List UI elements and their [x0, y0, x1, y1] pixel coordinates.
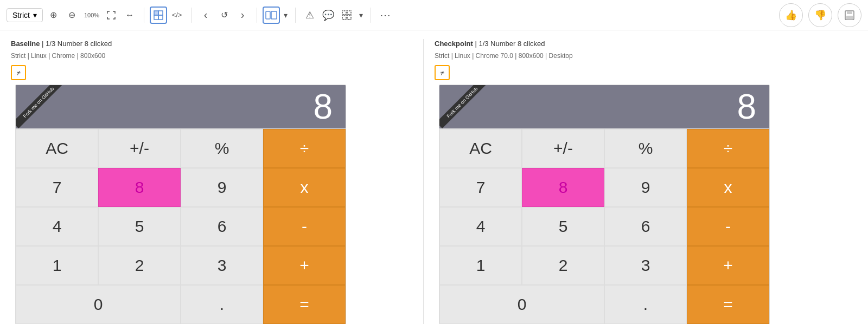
fork-ribbon-text-checkpoint: Fork me on GitHub — [439, 85, 488, 128]
neq-symbol-2: ≠ — [440, 69, 444, 77]
calc-btn-1[interactable]: 1 — [439, 246, 522, 285]
chevron-right-icon[interactable]: › — [234, 7, 251, 24]
svg-rect-7 — [347, 11, 351, 15]
layout-icon[interactable] — [263, 7, 280, 24]
svg-rect-3 — [158, 15, 163, 20]
calc-btn-5[interactable]: 5 — [522, 207, 604, 246]
calc-btn-_[interactable]: . — [181, 285, 263, 324]
toolbar-group-layers: </> — [150, 7, 186, 24]
calc-btn-_[interactable]: - — [687, 207, 769, 246]
calc-btn-7[interactable]: 7 — [16, 168, 98, 207]
baseline-subtitle: 1/3 Number 8 clicked — [46, 40, 112, 48]
calc-btn-___[interactable]: +/- — [98, 129, 181, 168]
calc-btn-AC[interactable]: AC — [16, 129, 98, 168]
calc-btn-0[interactable]: 0 — [439, 285, 604, 324]
svg-rect-6 — [342, 11, 346, 15]
arrows-icon[interactable]: ↔ — [121, 7, 138, 24]
calc-btn-x[interactable]: x — [687, 168, 769, 207]
calc-btn-AC[interactable]: AC — [439, 129, 522, 168]
baseline-calculator: Fork me on GitHub 8 AC+/-%÷789x456-123+0… — [15, 85, 346, 324]
divider-1 — [144, 8, 144, 23]
minus-circle-icon[interactable]: ⊖ — [63, 7, 81, 24]
calc-btn-4[interactable]: 4 — [16, 207, 98, 246]
svg-rect-4 — [266, 11, 270, 19]
code-icon[interactable]: </> — [168, 7, 186, 24]
plus-circle-icon[interactable]: ⊕ — [45, 7, 62, 24]
selection-icon[interactable] — [338, 7, 355, 24]
calc-btn-9[interactable]: 9 — [181, 168, 263, 207]
toolbar-group-layout: ▾ — [263, 7, 290, 24]
mode-label: Strict — [12, 11, 30, 20]
divider-4 — [295, 8, 296, 23]
main-content: Baseline | 1/3 Number 8 clicked Strict |… — [0, 30, 868, 324]
checkpoint-title: Checkpoint — [435, 40, 473, 48]
calc-btn-_[interactable]: % — [604, 129, 687, 168]
layout-dropdown-icon[interactable]: ▾ — [281, 7, 290, 24]
save-button[interactable] — [838, 3, 861, 27]
checkpoint-display-number: 8 — [737, 87, 756, 127]
toolbar: Strict ▾ ⊕ ⊖ 100% ↔ </> — [0, 0, 868, 30]
calc-btn-6[interactable]: 6 — [604, 207, 687, 246]
selection-dropdown-icon[interactable]: ▾ — [356, 7, 365, 24]
checkpoint-calc-display: Fork me on GitHub 8 — [439, 85, 769, 128]
svg-rect-5 — [271, 11, 277, 19]
checkpoint-meta: Strict | Linux | Chrome 70.0 | 800x600 |… — [435, 52, 835, 60]
baseline-neq-badge: ≠ — [11, 65, 26, 80]
calc-btn-_[interactable]: = — [687, 285, 769, 324]
checkpoint-calculator: Fork me on GitHub 8 AC+/-%÷789x456-123+0… — [439, 85, 770, 324]
fork-ribbon-baseline: Fork me on GitHub — [16, 85, 65, 134]
checkpoint-calc-buttons: AC+/-%÷789x456-123+0.= — [439, 128, 769, 324]
svg-rect-11 — [847, 11, 852, 14]
toolbar-group-zoom: ⊕ ⊖ 100% ↔ — [45, 7, 138, 24]
calc-btn-8[interactable]: 8 — [522, 168, 604, 207]
divider-3 — [257, 8, 257, 23]
zoom-icon[interactable]: 100% — [82, 7, 101, 24]
fork-ribbon-text-baseline: Fork me on GitHub — [16, 85, 65, 128]
calc-btn-6[interactable]: 6 — [181, 207, 263, 246]
calc-btn-_[interactable]: ÷ — [263, 129, 346, 168]
calc-btn-_[interactable]: + — [687, 246, 769, 285]
calc-btn-___[interactable]: +/- — [522, 129, 604, 168]
calc-btn-2[interactable]: 2 — [522, 246, 604, 285]
calc-btn-4[interactable]: 4 — [439, 207, 522, 246]
calc-btn-_[interactable]: + — [263, 246, 346, 285]
calc-btn-_[interactable]: = — [263, 285, 346, 324]
calc-btn-_[interactable]: - — [263, 207, 346, 246]
calc-btn-3[interactable]: 3 — [181, 246, 263, 285]
calc-btn-8[interactable]: 8 — [98, 168, 181, 207]
baseline-calc-display: Fork me on GitHub 8 — [16, 85, 346, 128]
layers-icon[interactable] — [150, 7, 167, 24]
svg-rect-0 — [154, 11, 158, 15]
calc-btn-_[interactable]: % — [181, 129, 263, 168]
refresh-icon[interactable]: ↺ — [215, 7, 233, 24]
calc-btn-3[interactable]: 3 — [604, 246, 687, 285]
calc-btn-5[interactable]: 5 — [98, 207, 181, 246]
toolbar-group-tools: ⚠ 💬 ▾ — [301, 7, 365, 24]
calc-btn-2[interactable]: 2 — [98, 246, 181, 285]
calc-btn-0[interactable]: 0 — [16, 285, 181, 324]
mode-dropdown-icon: ▾ — [33, 11, 37, 20]
neq-symbol: ≠ — [16, 69, 20, 77]
calc-btn-_[interactable]: ÷ — [687, 129, 769, 168]
calc-btn-7[interactable]: 7 — [439, 168, 522, 207]
mode-select[interactable]: Strict ▾ — [7, 8, 43, 22]
svg-rect-8 — [342, 16, 346, 20]
svg-rect-1 — [158, 11, 163, 15]
checkpoint-neq-badge: ≠ — [435, 65, 450, 80]
chevron-left-icon[interactable]: ‹ — [197, 7, 214, 24]
thumbup-button[interactable]: 👍 — [779, 3, 803, 27]
baseline-calc-buttons: AC+/-%÷789x456-123+0.= — [16, 128, 346, 324]
checkpoint-header: Checkpoint | 1/3 Number 8 clicked — [435, 39, 835, 49]
more-icon[interactable]: ⋯ — [376, 7, 394, 24]
checkpoint-panel: Checkpoint | 1/3 Number 8 clicked Strict… — [423, 39, 835, 324]
expand-icon[interactable] — [103, 7, 120, 24]
svg-rect-12 — [846, 16, 853, 20]
calc-btn-x[interactable]: x — [263, 168, 346, 207]
thumbdown-button[interactable]: 👎 — [808, 3, 832, 27]
calc-btn-_[interactable]: . — [604, 285, 687, 324]
divider-2 — [191, 8, 192, 23]
calc-btn-1[interactable]: 1 — [16, 246, 98, 285]
alert-icon[interactable]: ⚠ — [301, 7, 318, 24]
calc-btn-9[interactable]: 9 — [604, 168, 687, 207]
comment-icon[interactable]: 💬 — [320, 7, 337, 24]
